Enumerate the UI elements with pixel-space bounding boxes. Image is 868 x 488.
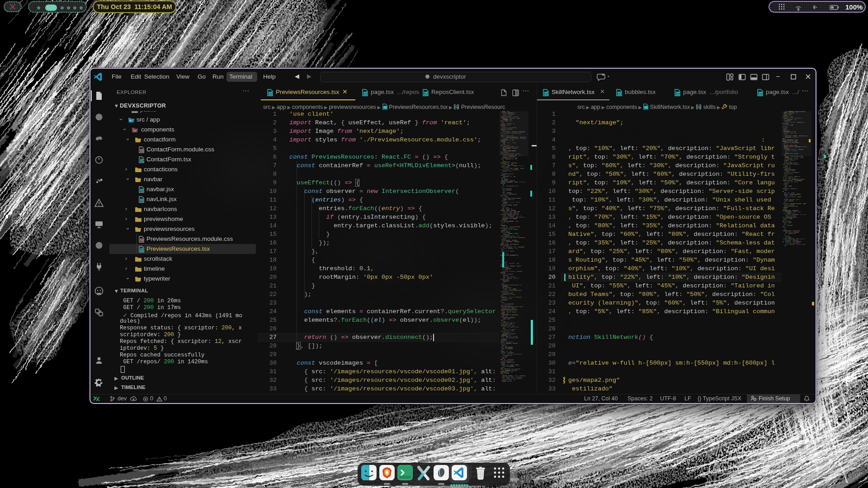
svg-text:TSX: TSX: [268, 92, 273, 95]
svg-text:TSX: TSX: [758, 92, 763, 95]
svg-text:JS: JS: [140, 199, 143, 202]
svg-text:TSX: TSX: [675, 92, 680, 95]
svg-text:TSX: TSX: [544, 92, 549, 95]
svg-text:TSX: TSX: [424, 92, 429, 95]
svg-text:TSX: TSX: [617, 92, 622, 95]
svg-text:TSX: TSX: [139, 159, 144, 162]
svg-text:#: #: [141, 239, 142, 241]
svg-text:TSX: TSX: [363, 92, 368, 95]
svg-text:TSX: TSX: [139, 249, 144, 251]
svg-text:#: #: [141, 150, 142, 152]
svg-text:JS: JS: [140, 189, 143, 192]
